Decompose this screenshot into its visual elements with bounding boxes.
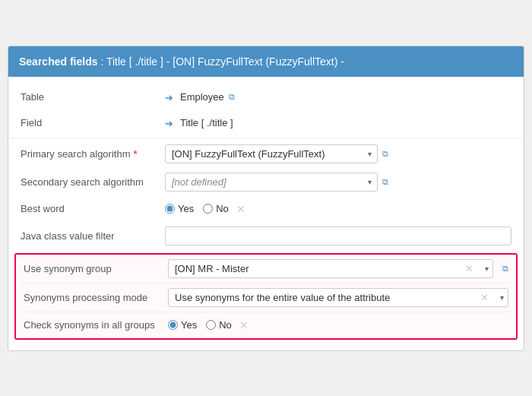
required-asterisk: * [134, 148, 138, 160]
table-arrow-icon: ➜ [165, 92, 176, 103]
table-external-link-icon[interactable]: ⧉ [229, 92, 235, 102]
best-word-no-label[interactable]: No [203, 203, 229, 214]
primary-algorithm-select-wrapper: [ON] FuzzyFullText (FuzzyFullText) ▾ [165, 144, 378, 163]
best-word-label: Best word [21, 203, 165, 214]
table-label: Table [21, 91, 165, 103]
check-synonyms-label: Check synonyms in all groups [24, 319, 168, 331]
synonyms-mode-clear-button[interactable]: ✕ [479, 292, 490, 303]
field-label: Field [21, 117, 165, 128]
panel-body: Table ➜ Employee ⧉ Field ➜ Title [ ./tit… [8, 77, 524, 350]
synonyms-mode-label: Synonyms processing mode [24, 292, 168, 303]
best-word-radio-group: Yes No [165, 203, 229, 214]
check-synonyms-no-label[interactable]: No [206, 319, 232, 331]
main-panel: Searched fields : Title [ ./title ] - [O… [8, 46, 524, 351]
use-synonym-group-value: [ON] MR - Mister ✕ ▾ ⧉ [168, 259, 508, 278]
use-synonym-group-label: Use synonym group [24, 263, 168, 274]
java-class-value [165, 227, 511, 246]
table-text: Employee [180, 91, 224, 103]
best-word-row: Best word Yes No ✕ [8, 196, 524, 222]
primary-algorithm-value: [ON] FuzzyFullText (FuzzyFullText) ▾ ⧉ [165, 144, 511, 163]
field-text: Title [ ./title ] [180, 117, 233, 128]
synonym-group-section: Use synonym group [ON] MR - Mister ✕ ▾ ⧉ [14, 253, 518, 340]
java-class-input[interactable] [165, 227, 511, 246]
secondary-algorithm-select[interactable]: [not defined] [165, 173, 378, 192]
use-synonym-group-row: Use synonym group [ON] MR - Mister ✕ ▾ ⧉ [16, 255, 516, 283]
best-word-clear-icon[interactable]: ✕ [236, 203, 245, 215]
synonym-group-external-link-icon[interactable]: ⧉ [502, 264, 508, 274]
check-synonyms-clear-icon[interactable]: ✕ [239, 319, 249, 331]
synonym-group-select-wrapper: [ON] MR - Mister ✕ ▾ [168, 259, 493, 278]
check-synonyms-no-radio[interactable] [206, 320, 216, 330]
check-synonyms-radio-group: Yes No [168, 319, 232, 331]
header-title: Searched fields [19, 55, 98, 68]
synonyms-mode-row: Synonyms processing mode Use synonyms fo… [16, 284, 516, 312]
synonym-group-select[interactable]: [ON] MR - Mister [168, 259, 493, 278]
secondary-algorithm-label: Secondary search algorithm [21, 176, 165, 188]
synonyms-mode-select-wrapper: Use synonyms for the entire value of the… [168, 288, 508, 307]
check-synonyms-row: Check synonyms in all groups Yes No ✕ [16, 312, 516, 338]
secondary-algorithm-row: Secondary search algorithm [not defined]… [8, 168, 524, 196]
synonym-group-clear-button[interactable]: ✕ [464, 263, 475, 274]
primary-algorithm-external-link-icon[interactable]: ⧉ [382, 149, 388, 159]
field-arrow-icon: ➜ [165, 118, 176, 128]
field-value: ➜ Title [ ./title ] [165, 117, 511, 128]
primary-algorithm-select[interactable]: [ON] FuzzyFullText (FuzzyFullText) [165, 144, 378, 163]
best-word-no-radio[interactable] [203, 204, 213, 214]
best-word-yes-radio[interactable] [165, 204, 175, 214]
synonyms-mode-select[interactable]: Use synonyms for the entire value of the… [168, 288, 508, 307]
header-subtitle: : Title [ ./title ] - [ON] FuzzyFullText… [98, 55, 344, 68]
field-row: Field ➜ Title [ ./title ] [8, 110, 524, 136]
table-row: Table ➜ Employee ⧉ [8, 84, 524, 110]
secondary-algorithm-value: [not defined] ▾ ⧉ [165, 173, 511, 192]
check-synonyms-yes-radio[interactable] [168, 320, 178, 330]
secondary-algorithm-select-wrapper: [not defined] ▾ [165, 173, 378, 192]
synonyms-mode-value: Use synonyms for the entire value of the… [168, 288, 508, 307]
primary-algorithm-row: Primary search algorithm * [ON] FuzzyFul… [8, 140, 524, 168]
table-value: ➜ Employee ⧉ [165, 91, 511, 103]
check-synonyms-value: Yes No ✕ [168, 319, 508, 331]
best-word-yes-label[interactable]: Yes [165, 203, 194, 214]
secondary-algorithm-external-link-icon[interactable]: ⧉ [382, 177, 388, 187]
java-class-label: Java class value filter [21, 230, 165, 242]
check-synonyms-yes-label[interactable]: Yes [168, 319, 197, 331]
panel-header: Searched fields : Title [ ./title ] - [O… [8, 46, 524, 77]
primary-algorithm-label: Primary search algorithm * [21, 148, 165, 160]
best-word-value: Yes No ✕ [165, 203, 511, 215]
java-class-row: Java class value filter [8, 222, 524, 250]
